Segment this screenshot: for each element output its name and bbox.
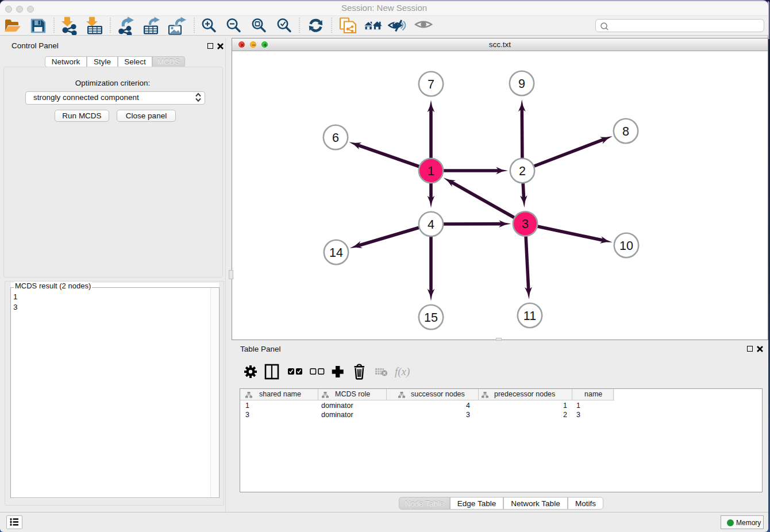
svg-text:10: 10 [619,239,633,253]
svg-text:14: 14 [329,246,343,260]
svg-text:7: 7 [428,78,434,91]
svg-text:11: 11 [523,309,536,323]
svg-text:1: 1 [428,164,434,178]
svg-text:4: 4 [428,218,434,232]
svg-text:f(x): f(x) [395,365,410,378]
svg-text:3: 3 [522,217,529,231]
svg-text:15: 15 [424,311,438,325]
svg-text:2: 2 [519,164,526,178]
svg-text:9: 9 [518,77,525,91]
svg-text:8: 8 [622,125,629,138]
svg-text:6: 6 [332,131,339,145]
